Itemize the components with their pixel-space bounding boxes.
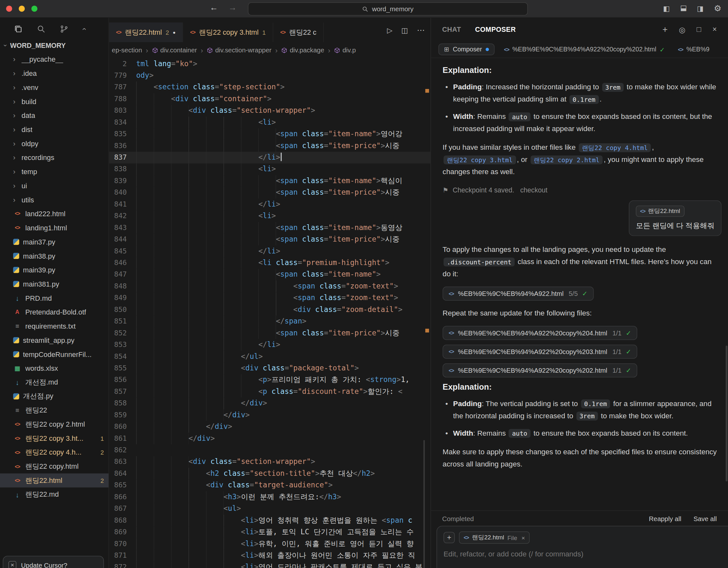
more-actions-icon[interactable]: ⋯ (417, 25, 425, 35)
gear-icon[interactable]: ⚙ (714, 3, 722, 13)
tree-file-item[interactable]: tempCodeRunnerFil... (0, 347, 108, 361)
file-update-pill[interactable]: <>%EB%9E%9C%EB%94%A922.html5/5✓ (443, 287, 594, 301)
breadcrumb-item[interactable]: ep-section (112, 46, 142, 54)
tree-file-item[interactable]: ≡requirements.txt (0, 319, 108, 333)
project-header[interactable]: › WORD_MEMORY (0, 39, 108, 52)
breadcrumb-item[interactable]: div.p (334, 46, 356, 54)
line-number: 779 (109, 70, 136, 81)
tree-item-label: Pretendard-Bold.otf (25, 308, 86, 316)
zoom-window-button[interactable] (31, 5, 38, 12)
chevron-right-icon: › (328, 46, 330, 54)
breadcrumb-item[interactable]: div.package (281, 46, 324, 54)
file-update-pill[interactable]: <>%EB%9E%9C%EB%94%A922%20copy%203.html1/… (443, 345, 637, 359)
breadcrumb-item[interactable]: div.section-wrapper (207, 46, 272, 54)
open-window-icon[interactable]: □ (697, 25, 701, 34)
code-line: 857<p class="discount-rate">할인가: < (109, 386, 430, 398)
scroll-thumb[interactable] (423, 440, 425, 568)
toggle-bottom-panel-icon[interactable]: ◧ (679, 5, 688, 12)
compass-icon[interactable]: ◎ (679, 25, 685, 34)
tree-folder-item[interactable]: ›temp (0, 164, 108, 179)
back-arrow-icon[interactable]: ← (210, 3, 218, 13)
tree-file-item[interactable]: <>랜딩22 copy.html (0, 459, 108, 474)
editor-tab[interactable]: <>랜딩22 c (273, 22, 324, 42)
split-editor-icon[interactable]: ◫ (401, 26, 408, 34)
tab-composer[interactable]: COMPOSER (475, 26, 516, 33)
tree-file-item[interactable]: ↓PRD.md (0, 291, 108, 305)
tree-file-item[interactable]: 개선점.py (0, 389, 108, 403)
tree-file-item[interactable]: <>랜딩22.html2 (0, 474, 108, 488)
code-text: </div> (136, 409, 430, 421)
editor-tab[interactable]: <>랜딩22.html2● (109, 22, 183, 42)
close-icon[interactable]: ✕ (8, 561, 16, 568)
chevron-down-icon[interactable]: › (80, 28, 88, 30)
tree-folder-item[interactable]: ›ui (0, 178, 108, 192)
add-context-button[interactable]: + (444, 532, 455, 543)
line-number: 863 (109, 456, 136, 468)
file-chip[interactable]: <>랜딩22.html (636, 205, 684, 217)
minimize-window-button[interactable] (19, 5, 25, 12)
composer-input[interactable]: + <> 랜딩22.html File × Edit, refactor, or… (437, 526, 728, 568)
chat-file-tab[interactable]: <>%EB%9 (672, 46, 716, 53)
tree-folder-item[interactable]: ›build (0, 94, 108, 108)
tree-folder-item[interactable]: ›__pycache__ (0, 52, 108, 66)
toggle-left-panel-icon[interactable]: ◧ (663, 4, 670, 13)
file-update-pill[interactable]: <>%EB%9E%9C%EB%94%A922%20copy%204.html1/… (443, 326, 637, 340)
tree-file-item[interactable]: main38.py (0, 249, 108, 263)
tree-file-item[interactable]: streamlit_app.py (0, 333, 108, 347)
command-center-search[interactable]: word_memory (248, 2, 528, 15)
update-toast[interactable]: ✕ Update Cursor? (3, 556, 104, 568)
tree-folder-item[interactable]: ›utils (0, 192, 108, 206)
close-window-button[interactable] (6, 5, 12, 12)
tree-file-item[interactable]: <>랜딩22 copy 2.html (0, 417, 108, 432)
tree-folder-item[interactable]: ›recordings (0, 150, 108, 164)
code-token: "container" (219, 94, 267, 103)
reapply-all-button[interactable]: Reapply all (649, 515, 681, 522)
explorer-copy-icon[interactable] (14, 25, 22, 33)
run-file-icon[interactable]: ▷ (387, 26, 393, 34)
breadcrumb-item[interactable]: div.container (152, 46, 197, 54)
line-number: 868 (109, 515, 136, 526)
toggle-right-panel-icon[interactable]: ◨ (697, 4, 704, 13)
tree-file-item[interactable]: <>랜딩22 copy 3.ht...1 (0, 431, 108, 445)
tree-file-item[interactable]: ↓랜딩22.md (0, 487, 108, 502)
code-token: div (176, 94, 189, 103)
file-update-pill[interactable]: <>%EB%9E%9C%EB%94%A922%20copy%202.html1/… (443, 363, 637, 378)
indent-guides (136, 538, 241, 550)
line-number: 867 (109, 503, 136, 514)
close-icon[interactable]: × (712, 25, 717, 34)
tree-file-item[interactable]: APretendard-Bold.otf (0, 305, 108, 319)
tree-file-item[interactable]: main39.py (0, 263, 108, 277)
tree-file-item[interactable]: <>랜딩22 copy 4.h...2 (0, 445, 108, 459)
line-number: 864 (109, 468, 136, 479)
tree-file-item[interactable]: <>land222.html (0, 206, 108, 221)
checkout-link[interactable]: checkout (520, 186, 548, 194)
search-icon[interactable] (37, 25, 45, 33)
code-area[interactable]: 2tml lang="ko">779ody>787<section class=… (109, 58, 430, 568)
code-token: 할인가: (368, 387, 398, 396)
tree-file-item[interactable]: <>landing1.html (0, 221, 108, 235)
tree-folder-item[interactable]: ›dist (0, 122, 108, 136)
scroll-thumb[interactable] (726, 346, 728, 482)
close-icon[interactable]: × (521, 534, 525, 541)
code-token: > (302, 317, 307, 326)
tree-file-item[interactable]: main381.py (0, 276, 108, 291)
tree-file-item[interactable]: ▦words.xlsx (0, 361, 108, 375)
composer-chip[interactable]: ⊞ Composer (438, 44, 495, 55)
save-all-button[interactable]: Save all (693, 515, 717, 522)
code-token: "item-price" (328, 188, 381, 197)
context-file-chip[interactable]: <> 랜딩22.html File × (459, 531, 530, 544)
forward-arrow-icon[interactable]: → (228, 3, 237, 13)
tree-folder-item[interactable]: ›data (0, 108, 108, 122)
chat-file-tab[interactable]: <>%EB%9E%9C%EB%94%A922%20copy%202.html✓ (498, 46, 672, 53)
source-control-icon[interactable] (60, 25, 68, 33)
tab-chat[interactable]: CHAT (442, 26, 461, 33)
editor-tab[interactable]: <>랜딩22 copy 3.html1 (183, 22, 273, 42)
new-composer-icon[interactable]: + (663, 24, 668, 35)
tree-folder-item[interactable]: ›.idea (0, 66, 108, 80)
tree-folder-item[interactable]: ›.venv (0, 80, 108, 94)
tree-file-item[interactable]: ↓개선점.md (0, 375, 108, 389)
tree-file-item[interactable]: main37.py (0, 234, 108, 249)
tree-file-item[interactable]: ≡랜딩22 (0, 403, 108, 417)
code-line: 855<div class="package-total"> (109, 363, 430, 374)
tree-folder-item[interactable]: ›oldpy (0, 136, 108, 150)
